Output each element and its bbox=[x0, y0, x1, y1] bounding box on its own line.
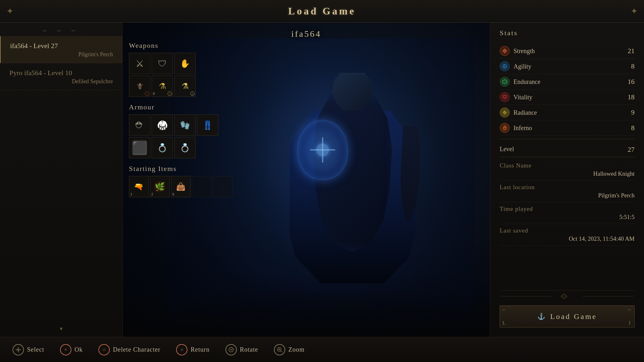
starting-item-3-count: 9 bbox=[172, 192, 175, 196]
inferno-value: 8 bbox=[625, 124, 635, 132]
radiance-value: 9 bbox=[625, 108, 635, 117]
return-button-icon: ○ bbox=[176, 344, 187, 355]
info-overlay: Weapons ⚔ 🛡 ✋ 🗡 × bbox=[129, 41, 233, 204]
endurance-label: Endurance bbox=[514, 78, 625, 85]
inferno-icon bbox=[500, 123, 510, 133]
stat-row-strength: Strength 21 bbox=[500, 43, 635, 59]
radiance-icon bbox=[500, 107, 510, 118]
armour-slot-2[interactable]: 🥋 bbox=[152, 114, 173, 136]
svg-marker-22 bbox=[20, 349, 21, 350]
delete-button-icon: ○ bbox=[98, 344, 110, 355]
character-name: ifa564 bbox=[123, 29, 490, 39]
stats-panel-ornament bbox=[500, 290, 635, 301]
stat-row-vitality: Vitality 18 bbox=[500, 90, 635, 105]
svg-point-24 bbox=[230, 349, 232, 350]
location-label: Last location bbox=[500, 184, 635, 191]
starting-item-slot-2[interactable]: 🌿 2 bbox=[150, 176, 170, 197]
svg-marker-19 bbox=[18, 347, 19, 348]
save-item-2-location: Defiled Sepulchre bbox=[9, 78, 113, 85]
armour-slot-6[interactable]: 💍 bbox=[152, 137, 173, 158]
weapon-slot-5-count: 0 bbox=[153, 92, 155, 96]
cmd-zoom: Zoom bbox=[274, 344, 305, 355]
weapons-row-2: 🗡 × ⚗ 0 ○ ⚗ △ bbox=[129, 75, 233, 97]
load-btn-corner-tr: ¬ bbox=[628, 307, 632, 313]
delete-label: Delete Character bbox=[113, 346, 160, 353]
header-ornament-left: ✦ bbox=[6, 6, 14, 16]
endurance-icon bbox=[500, 77, 510, 87]
save-list-bottom-ornament: ▾ bbox=[0, 325, 122, 332]
stat-row-agility: Agility 8 bbox=[500, 59, 635, 74]
select-button-icon bbox=[13, 344, 24, 355]
saved-label: Last saved bbox=[500, 227, 635, 234]
rotate-label: Rotate bbox=[240, 346, 258, 353]
svg-marker-20 bbox=[18, 351, 19, 352]
save-item-1[interactable]: ifa564 - Level 27 Pilgrim's Perch bbox=[0, 36, 122, 63]
cmd-delete: ○ Delete Character bbox=[98, 344, 160, 355]
zoom-button-icon bbox=[274, 344, 285, 355]
bottom-fade bbox=[123, 290, 490, 337]
armour-slot-5[interactable]: ⬛ bbox=[129, 137, 150, 158]
center-panel: ifa564 bbox=[123, 23, 490, 337]
load-btn-corner-tl: ⌐ bbox=[502, 307, 507, 313]
svg-marker-4 bbox=[502, 80, 507, 84]
weapon-slot-4[interactable]: 🗡 × bbox=[129, 75, 150, 97]
armour-slot-7[interactable]: 💍 bbox=[174, 137, 196, 158]
weapon-slot-4-warning: × bbox=[145, 91, 149, 96]
saved-row: Last saved Oct 14, 2023, 11:54:40 AM bbox=[500, 224, 635, 246]
inferno-label: Inferno bbox=[514, 124, 625, 132]
stats-title: Stats bbox=[500, 29, 635, 37]
ok-button-icon: × bbox=[60, 344, 71, 355]
agility-value: 8 bbox=[625, 62, 635, 70]
vitality-value: 18 bbox=[625, 93, 635, 101]
starting-item-slot-1[interactable]: 🔫 1 bbox=[129, 176, 149, 197]
armour-slot-3[interactable]: 🧤 bbox=[174, 114, 196, 136]
time-label: Time played bbox=[500, 206, 635, 212]
stat-row-radiance: Radiance 9 bbox=[500, 105, 635, 120]
ok-label: Ok bbox=[75, 346, 83, 353]
armour-row-1: ⛑ 🥋 🧤 👖 bbox=[129, 114, 233, 136]
level-label: Level bbox=[500, 145, 514, 154]
save-item-1-location: Pilgrim's Perch bbox=[10, 51, 113, 58]
starting-items-section: Starting Items 🔫 1 🌿 2 👜 9 bbox=[129, 165, 233, 197]
save-item-2-name: Pyro ifa564 - Level 10 bbox=[9, 69, 113, 77]
weapon-slot-6[interactable]: ⚗ △ bbox=[174, 75, 196, 97]
load-game-label: Load Game bbox=[550, 312, 597, 321]
weapon-slot-5[interactable]: ⚗ 0 ○ bbox=[152, 75, 173, 97]
cmd-ok: × Ok bbox=[60, 344, 83, 355]
weapon-slot-6-sub: △ bbox=[190, 91, 195, 96]
starting-item-1-count: 1 bbox=[130, 192, 132, 196]
starting-item-slot-3[interactable]: 👜 9 bbox=[171, 176, 191, 197]
select-label: Select bbox=[27, 346, 44, 353]
starting-item-2-count: 2 bbox=[151, 192, 153, 196]
strength-value: 21 bbox=[625, 47, 635, 55]
save-item-2[interactable]: Pyro ifa564 - Level 10 Defiled Sepulchre bbox=[0, 63, 122, 90]
weapons-grid: ⚔ 🛡 ✋ 🗡 × ⚗ 0 bbox=[129, 53, 233, 97]
save-list-panel: ~ ~ ~ ifa564 - Level 27 Pilgrim's Perch … bbox=[0, 23, 123, 337]
vitality-icon bbox=[500, 92, 510, 102]
return-label: Return bbox=[191, 346, 209, 353]
armour-slot-1[interactable]: ⛑ bbox=[129, 114, 150, 136]
bottom-bar: Select × Ok ○ Delete Character ○ Return … bbox=[0, 337, 644, 362]
stat-row-inferno: Inferno 8 bbox=[500, 120, 635, 136]
class-value: Hallowed Knight bbox=[500, 170, 635, 177]
save-item-1-name: ifa564 - Level 27 bbox=[10, 42, 113, 50]
armour-title: Armour bbox=[129, 103, 233, 111]
starting-item-slot-5[interactable] bbox=[213, 176, 233, 197]
weapons-row-1: ⚔ 🛡 ✋ bbox=[129, 53, 233, 74]
starting-items-title: Starting Items bbox=[129, 165, 233, 173]
svg-line-10 bbox=[503, 111, 504, 112]
weapon-slot-1[interactable]: ⚔ bbox=[129, 53, 150, 74]
weapon-slot-2[interactable]: 🛡 bbox=[152, 53, 173, 74]
vitality-label: Vitality bbox=[514, 94, 625, 101]
load-btn-corner-br: J bbox=[629, 320, 632, 326]
header: ✦ Load Game ✦ bbox=[0, 0, 644, 23]
weapons-section: Weapons ⚔ 🛡 ✋ 🗡 × bbox=[129, 41, 233, 97]
load-game-button[interactable]: ⌐ ¬ L J ⚓ Load Game bbox=[500, 305, 635, 327]
saved-value: Oct 14, 2023, 11:54:40 AM bbox=[500, 235, 635, 242]
zoom-label: Zoom bbox=[288, 346, 305, 353]
cmd-rotate: Rotate bbox=[225, 344, 258, 355]
starting-items-row: 🔫 1 🌿 2 👜 9 bbox=[129, 176, 233, 197]
weapon-slot-3[interactable]: ✋ bbox=[174, 53, 196, 74]
armour-slot-4[interactable]: 👖 bbox=[197, 114, 218, 136]
starting-item-slot-4[interactable] bbox=[192, 176, 212, 197]
